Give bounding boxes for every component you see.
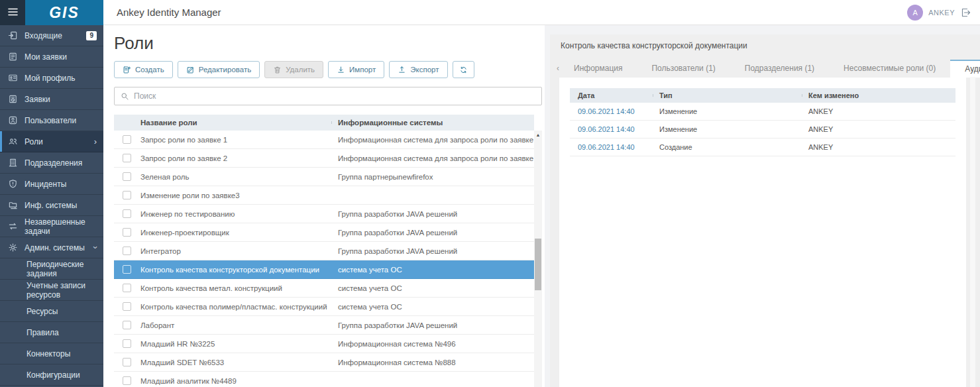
panel-scrollbar[interactable] [970, 77, 975, 387]
row-checkbox[interactable] [123, 284, 131, 292]
sidebar-nav: Входящие 9 Мои заявки Мой профиль [0, 25, 103, 387]
page-title: Роли [114, 33, 534, 53]
row-checkbox[interactable] [123, 339, 131, 348]
role-name-cell: Младший HR №3225 [140, 340, 331, 348]
row-checkbox[interactable] [123, 265, 131, 274]
table-row[interactable]: Лаборант Группа разработки JAVA решений [114, 316, 534, 335]
role-detail-panel: Контроль качества конструкторской докуме… [550, 34, 980, 387]
row-checkbox[interactable] [123, 191, 131, 199]
audit-date-link[interactable]: 09.06.2021 14:40 [570, 143, 653, 151]
table-row[interactable]: Младший SDET №6533 Информационная систем… [114, 353, 534, 372]
table-row[interactable]: Инженер-проектировщик Группа разработки … [114, 223, 534, 242]
row-checkbox[interactable] [123, 209, 131, 218]
column-header-date[interactable]: Дата [570, 91, 653, 99]
table-scrollbar[interactable]: ▲ [534, 131, 542, 387]
search-box [114, 87, 542, 105]
info-system-cell: система учета ОС [331, 303, 534, 311]
sidebar-item[interactable]: Правила [0, 322, 103, 343]
detail-tab[interactable]: Подразделения (1) [730, 60, 829, 78]
sidebar-item[interactable]: Мой профиль [0, 68, 103, 89]
sidebar-item[interactable]: Мои заявки [0, 46, 103, 68]
table-row[interactable]: Зеленая роль Группа партнерыnewfirefox [114, 168, 534, 186]
table-row[interactable]: Запрос роли по заявке 1 Информационная с… [114, 131, 534, 149]
toolbar-button[interactable]: Экспорт [389, 61, 447, 78]
toolbar-button[interactable] [453, 61, 474, 78]
detail-tab[interactable]: Пользователи (1) [637, 60, 730, 78]
table-row[interactable]: Младший HR №3225 Информационная система … [114, 335, 534, 353]
table-row[interactable]: Младший аналитик №4489 [114, 372, 534, 387]
table-row[interactable]: Интегратор Группа разработки JAVA решени… [114, 242, 534, 260]
scroll-up-arrow-icon[interactable]: ▲ [534, 131, 542, 139]
chevron-icon: › [91, 246, 99, 249]
row-checkbox[interactable] [123, 135, 131, 144]
systems-icon [8, 200, 18, 210]
sidebar-item-label: Незавершенные задачи [25, 217, 97, 236]
table-row[interactable]: Контроль качества конструкторской докуме… [114, 260, 534, 279]
toolbar-button[interactable]: Импорт [328, 61, 384, 78]
toolbar-button[interactable]: Удалить [264, 61, 323, 78]
logout-icon[interactable] [960, 7, 971, 18]
table-row[interactable]: Изменение роли по заявке3 [114, 186, 534, 205]
user-name: ANKEY [928, 9, 955, 17]
sidebar-item[interactable]: Конфигурации [0, 364, 103, 386]
audit-type-cell: Изменение [653, 125, 802, 133]
sidebar-item[interactable]: Периодические задания [0, 258, 103, 280]
sidebar-item[interactable]: Админ. системы › [0, 237, 103, 258]
toolbar-button-label: Создать [135, 66, 164, 74]
detail-tab[interactable]: Несовместимые роли (0) [829, 60, 950, 78]
row-checkbox[interactable] [123, 228, 131, 237]
row-checkbox[interactable] [123, 321, 131, 329]
audit-tab-content: Дата Тип Кем изменено 09.06.2021 14:40 И… [559, 78, 966, 387]
sidebar-item[interactable]: Заявки [0, 89, 103, 110]
detail-tab[interactable]: Аудит [950, 60, 980, 78]
sidebar-item[interactable]: Ресурсы [0, 301, 103, 322]
sidebar-item[interactable]: Инф. системы [0, 195, 103, 216]
table-row[interactable]: Инженер по тестированию Группа разработк… [114, 205, 534, 223]
hamburger-menu-button[interactable] [0, 0, 25, 25]
profile-icon [8, 73, 18, 83]
search-input[interactable] [134, 91, 535, 101]
sidebar-item-label: Админ. системы [25, 243, 85, 252]
column-header-type[interactable]: Тип [653, 91, 802, 99]
role-name-cell: Инженер-проектировщик [140, 229, 331, 237]
sidebar-item[interactable]: Незавершенные задачи [0, 216, 103, 237]
table-row[interactable]: Контроль качества полимер/пластмас. конс… [114, 298, 534, 316]
sidebar-item[interactable]: Подразделения [0, 152, 103, 174]
body-row: Роли Создать Редактировать [103, 25, 980, 387]
sidebar-item-label: Инциденты [25, 180, 66, 189]
search-icon [121, 92, 129, 101]
toolbar-button[interactable]: Создать [114, 61, 173, 78]
role-name-cell: Младший SDET №6533 [140, 359, 331, 366]
table-row[interactable]: Запрос роли по заявке 2 Информационная с… [114, 149, 534, 168]
scrollbar-thumb[interactable] [535, 239, 541, 290]
row-checkbox[interactable] [123, 302, 131, 311]
row-checkbox[interactable] [123, 172, 131, 181]
row-checkbox[interactable] [123, 247, 131, 255]
sidebar-item[interactable]: Коннекторы [0, 343, 103, 364]
sidebar-item[interactable]: Роли › [0, 131, 103, 152]
row-checkbox[interactable] [123, 154, 131, 162]
column-header-role-name[interactable]: Название роли [140, 119, 331, 127]
row-checkbox[interactable] [123, 358, 131, 366]
audit-date-link[interactable]: 09.06.2021 14:40 [570, 125, 653, 133]
sidebar-item[interactable]: Инциденты [0, 174, 103, 195]
info-system-cell: Информационная система для запроса роли … [331, 136, 534, 144]
detail-tab[interactable]: Информация [559, 60, 637, 78]
audit-date-link[interactable]: 09.06.2021 14:40 [570, 107, 653, 115]
create-icon [123, 66, 131, 74]
column-header-changed-by[interactable]: Кем изменено [802, 91, 955, 99]
sidebar-item[interactable]: Входящие 9 [0, 25, 103, 46]
audit-row: 09.06.2021 14:40 Изменение ANKEY [570, 121, 955, 138]
info-system-cell: Информационная система №496 [331, 340, 534, 348]
tasks-icon [8, 221, 18, 231]
row-checkbox[interactable] [123, 376, 131, 385]
role-name-cell: Изменение роли по заявке3 [140, 192, 331, 199]
toolbar-button[interactable]: Редактировать [178, 61, 260, 78]
column-header-info-systems[interactable]: Информационные системы [331, 119, 534, 127]
avatar[interactable]: A [907, 5, 923, 21]
sidebar-item[interactable]: Пользователи [0, 110, 103, 131]
sidebar-item[interactable]: Учетные записи ресурсов [0, 280, 103, 301]
inbox-icon [8, 30, 18, 40]
table-row[interactable]: Контроль качества метал. конструкциий си… [114, 279, 534, 298]
info-system-cell: система учета ОС [331, 266, 534, 274]
